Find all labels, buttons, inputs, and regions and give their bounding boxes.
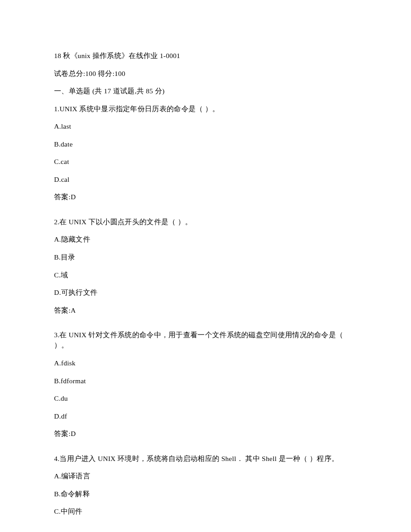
spacer — [54, 209, 357, 217]
option: A.fdisk — [54, 358, 357, 368]
page-title: 18 秋《unix 操作系统》在线作业 1-0001 — [54, 50, 357, 61]
option: C.域 — [54, 270, 357, 280]
question-stem: 3.在 UNIX 针对文件系统的命令中，用于查看一个文件系统的磁盘空间使用情况的… — [54, 330, 357, 351]
question-stem: 2.在 UNIX 下以小圆点开头的文件是（ ）。 — [54, 217, 357, 227]
spacer — [54, 446, 357, 453]
answer: 答案:D — [54, 428, 357, 439]
option: C.中间件 — [54, 506, 357, 516]
section-heading: 一、单选题 (共 17 道试题,共 85 分) — [54, 86, 357, 96]
option: C.cat — [54, 156, 357, 167]
question-stem: 4.当用户进入 UNIX 环境时，系统将自动启动相应的 Shell． 其中 Sh… — [54, 453, 357, 464]
score-line: 试卷总分:100 得分:100 — [54, 68, 357, 79]
option: B.目录 — [54, 252, 357, 262]
option: A.last — [54, 121, 357, 131]
answer: 答案:A — [54, 305, 357, 315]
spacer — [54, 323, 357, 330]
question-stem: 1.UNIX 系统中显示指定年份日历表的命令是（ ）。 — [54, 104, 357, 114]
option: D.可执行文件 — [54, 287, 357, 297]
option: B.命令解释 — [54, 489, 357, 499]
answer: 答案:D — [54, 192, 357, 202]
option: B.fdformat — [54, 376, 357, 386]
option: A.编译语言 — [54, 471, 357, 481]
option: D.df — [54, 411, 357, 421]
option: D.cal — [54, 174, 357, 184]
option: B.date — [54, 139, 357, 149]
option: C.du — [54, 393, 357, 403]
option: A.隐藏文件 — [54, 234, 357, 244]
